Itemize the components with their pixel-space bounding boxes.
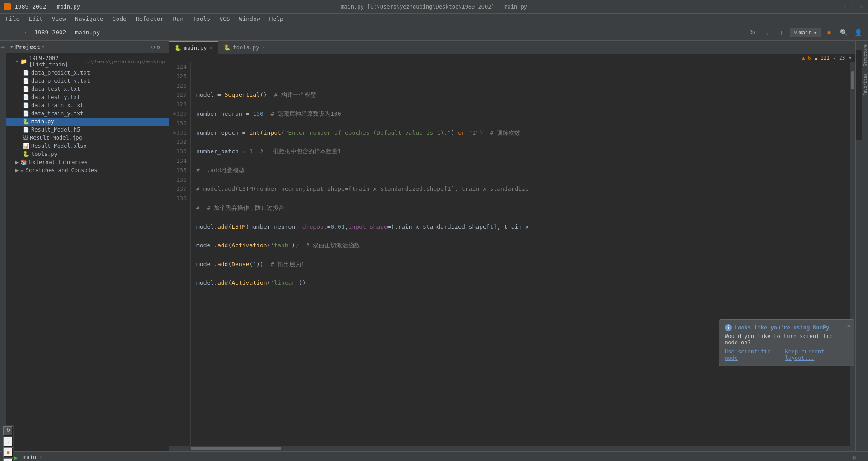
left-icon-strip: P: [0, 41, 6, 451]
tab-tools-py[interactable]: 🐍 tools.py ✕: [218, 41, 271, 54]
close-panel-icon[interactable]: −: [162, 44, 165, 50]
txt-icon: 📄: [23, 78, 29, 84]
menu-refactor[interactable]: Refactor: [132, 14, 168, 23]
toolbar-update[interactable]: ↓: [761, 26, 774, 39]
warning-count[interactable]: ▲ 121: [815, 55, 830, 61]
settings-icon[interactable]: ⚙: [157, 44, 160, 50]
maximize-button[interactable]: □: [850, 4, 856, 10]
scrollbar-thumb[interactable]: [851, 71, 854, 89]
bottom-right-icons: ⚙ −: [851, 454, 866, 461]
project-header: ▾ Project ▾ ⊟ ⚙ −: [6, 41, 169, 53]
error-count[interactable]: ▲ 6: [802, 55, 811, 61]
horizontal-scrollbar[interactable]: [169, 446, 855, 451]
app-icon: [4, 3, 11, 10]
right-sidebar: [855, 41, 862, 451]
toolbar-project-label: 1989-2002: [34, 29, 66, 36]
menu-help[interactable]: Help: [266, 14, 287, 23]
popup-title-text: Looks like you're using NumPy: [735, 325, 830, 331]
txt-icon: 📄: [23, 94, 29, 100]
ln-136: 136: [173, 175, 187, 185]
ln-130: 130: [173, 119, 187, 128]
project-panel: ▾ Project ▾ ⊟ ⚙ − ▾ 📁 1989-2002 [list_tr…: [6, 41, 169, 451]
tree-item-data-train-y[interactable]: 📄 data_train_y.txt: [6, 109, 169, 118]
tab-main-py[interactable]: 🐍 main.py ✕: [169, 41, 218, 54]
project-sidebar-label[interactable]: P: [0, 42, 6, 52]
toolbar-avatar[interactable]: 👤: [852, 26, 864, 39]
menu-navigate[interactable]: Navigate: [71, 14, 107, 23]
toolbar-search[interactable]: 🔍: [837, 26, 850, 39]
tree-external-libraries[interactable]: ▶ 📚 External Libraries: [6, 158, 169, 166]
close-button[interactable]: ✕: [858, 4, 864, 10]
menu-file[interactable]: File: [2, 14, 23, 23]
py-icon: 🐍: [23, 118, 29, 125]
branch-selector[interactable]: ⑂ main ▾: [790, 28, 821, 37]
run-left-tools: ↻ ↓ ■ ≡ ⊞ 🗑: [2, 425, 14, 461]
tree-item-main-py[interactable]: 🐍 main.py: [6, 118, 169, 126]
xlsx-icon: 📊: [23, 143, 29, 149]
tab-main-py-close[interactable]: ✕: [210, 45, 212, 50]
run-tab-close[interactable]: ✕: [40, 455, 42, 460]
menu-vcs[interactable]: VCS: [216, 14, 233, 23]
popup-close-btn[interactable]: ✕: [847, 322, 850, 329]
run-down-btn[interactable]: ↓: [3, 437, 13, 447]
collapse-all-icon[interactable]: ⊟: [151, 44, 155, 50]
run-stop-btn[interactable]: ■: [3, 447, 13, 457]
menu-code[interactable]: Code: [109, 14, 130, 23]
popup-link-current[interactable]: Keep current layout...: [785, 348, 849, 361]
project-label: Project: [15, 43, 40, 50]
menu-tools[interactable]: Tools: [189, 14, 214, 23]
vertical-scrollbar[interactable]: [850, 62, 855, 446]
code-content[interactable]: model = Sequential() # 构建一个模型 number_neu…: [191, 62, 850, 446]
tree-item-data-test-y[interactable]: 📄 data_test_y.txt: [6, 93, 169, 101]
txt-icon: 📄: [23, 110, 29, 117]
run-restart-btn[interactable]: ↻: [3, 426, 13, 436]
settings-icon-bottom[interactable]: ⚙: [851, 454, 858, 461]
code-line-124: [196, 72, 844, 81]
tree-item-data-test-x[interactable]: 📄 data_test_x.txt: [6, 85, 169, 93]
menu-run[interactable]: Run: [170, 14, 187, 23]
structure-label[interactable]: Structure: [863, 44, 868, 66]
folder-icon: 📁: [20, 58, 27, 65]
tree-item-tools-py[interactable]: 🐍 tools.py: [6, 150, 169, 158]
toolbar-commit[interactable]: ↑: [775, 26, 788, 39]
scratches-expand-icon: ▶: [15, 167, 19, 174]
folder-open-icon: ▾: [15, 58, 19, 65]
toolbar-stop[interactable]: ■: [823, 26, 835, 39]
tree-item-data-predict-y[interactable]: 📄 data_predict_y.txt: [6, 77, 169, 85]
tree-item-result-xlsx[interactable]: 📊 Result_Model.xlsx: [6, 142, 169, 150]
branch-icon: ⑂: [794, 29, 797, 36]
tab-main-py-icon: 🐍: [175, 45, 181, 51]
run-config-btn[interactable]: ≡: [3, 458, 13, 461]
code-editor[interactable]: 124 125 126 127 128 ⊕129 130 ⊕131 132 13…: [169, 62, 855, 446]
run-tab[interactable]: main ✕: [19, 452, 47, 461]
tree-item-result-jpg[interactable]: 🖼 Result_Model.jpg: [6, 134, 169, 142]
warnings-expand[interactable]: ▾: [849, 55, 852, 61]
menu-window[interactable]: Window: [236, 14, 264, 23]
tree-root[interactable]: ▾ 📁 1989-2002 [list_train] C:\Users\yezh…: [6, 54, 169, 69]
popup-link-scientific[interactable]: Use scientific mode: [725, 348, 779, 361]
ok-count[interactable]: ✓ 23: [833, 55, 845, 61]
h-scrollbar-thumb[interactable]: [191, 447, 281, 450]
tree-item-data-predict-x[interactable]: 📄 data_predict_x.txt: [6, 69, 169, 77]
menu-view[interactable]: View: [48, 14, 70, 23]
toolbar-refresh[interactable]: ↻: [746, 26, 759, 39]
minimize-bottom-icon[interactable]: −: [859, 454, 866, 461]
h5-icon: 📄: [23, 127, 29, 133]
title-center: main.py [C:\Users\yezhoubing\Desktop\198…: [341, 4, 527, 10]
ln-127: 127: [173, 90, 187, 100]
tree-scratches[interactable]: ▶ ✏ Scratches and Consoles: [6, 166, 169, 174]
tree-item-result-h5[interactable]: 📄 Result_Model.h5: [6, 126, 169, 134]
branch-label: main: [799, 29, 812, 36]
favorites-label[interactable]: Favorites: [863, 74, 868, 96]
py-icon-tools: 🐍: [23, 151, 29, 157]
title-bar: 1989-2002 – main.py main.py [C:\Users\ye…: [0, 0, 868, 14]
tab-tools-py-label: tools.py: [233, 44, 259, 51]
toolbar-back[interactable]: ←: [4, 26, 16, 39]
toolbar-forward[interactable]: →: [18, 26, 31, 39]
ln-128: 128: [173, 100, 187, 109]
tree-item-data-train-x[interactable]: 📄 data_train_x.txt: [6, 101, 169, 109]
ext-libs-icon: 📚: [20, 159, 27, 165]
minimize-button[interactable]: −: [842, 4, 848, 10]
menu-edit[interactable]: Edit: [25, 14, 46, 23]
tab-tools-py-close[interactable]: ✕: [262, 45, 264, 50]
